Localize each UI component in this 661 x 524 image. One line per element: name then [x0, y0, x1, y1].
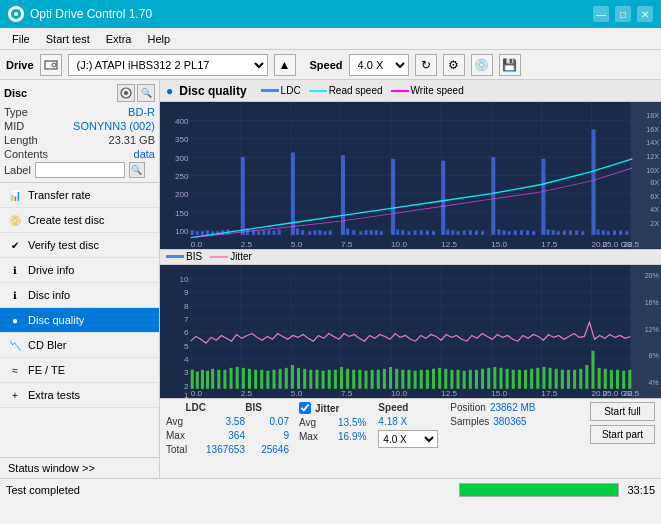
disc-label-input[interactable] [35, 162, 125, 178]
svg-rect-92 [446, 229, 449, 235]
sidebar-item-cd-bler[interactable]: 📉 CD Bler [0, 333, 159, 358]
position-value: 23862 MB [490, 402, 536, 413]
disc-icon-btn-1[interactable] [117, 84, 135, 102]
svg-rect-212 [457, 369, 460, 388]
bis-jitter-legend-bar: BIS Jitter [160, 249, 661, 265]
jitter-avg-label: Avg [299, 417, 334, 428]
svg-rect-230 [567, 369, 570, 388]
svg-rect-97 [475, 230, 478, 235]
action-buttons: Start full Start part [590, 402, 655, 444]
svg-text:16%: 16% [645, 299, 659, 306]
sidebar-item-drive-info[interactable]: ℹ Drive info [0, 258, 159, 283]
svg-rect-184 [285, 368, 288, 389]
create-test-disc-icon: 📀 [8, 213, 22, 227]
status-window-button[interactable]: Status window >> [0, 457, 159, 478]
disc-panel: Disc 🔍 Type BD-R MID SONYNN3 (002) Lengt… [0, 80, 159, 183]
menu-file[interactable]: File [4, 31, 38, 47]
ldc-legend-color [261, 89, 279, 92]
sidebar-item-fe-te[interactable]: ≈ FE / TE [0, 358, 159, 383]
svg-rect-104 [520, 230, 523, 235]
svg-text:10X: 10X [646, 167, 659, 174]
svg-text:2X: 2X [650, 220, 659, 227]
disc-length-value: 23.31 GB [109, 134, 155, 146]
svg-rect-227 [549, 368, 552, 389]
svg-rect-118 [607, 231, 610, 235]
bis-avg: 0.07 [249, 416, 289, 427]
close-button[interactable]: ✕ [637, 6, 653, 22]
svg-text:25.0 GB: 25.0 GB [602, 389, 632, 398]
speed-select[interactable]: 4.0 X [349, 54, 409, 76]
disc-info-icon: ℹ [8, 288, 22, 302]
svg-text:7.5: 7.5 [341, 240, 352, 248]
start-part-button[interactable]: Start part [590, 425, 655, 444]
svg-rect-219 [499, 368, 502, 389]
svg-text:200: 200 [175, 191, 189, 199]
svg-rect-208 [432, 368, 435, 388]
svg-rect-223 [524, 369, 527, 388]
svg-rect-232 [579, 368, 582, 388]
disc-quality-header: ● Disc quality LDC Read speed Write spee… [160, 80, 661, 102]
svg-rect-82 [380, 231, 383, 235]
settings-button[interactable]: ⚙ [443, 54, 465, 76]
read-speed-legend-label: Read speed [329, 85, 383, 96]
jitter-checkbox[interactable] [299, 402, 311, 414]
sidebar-item-verify-test-disc[interactable]: ✔ Verify test disc [0, 233, 159, 258]
disc-label-browse-button[interactable]: 🔍 [129, 162, 145, 178]
disc-mid-label: MID [4, 120, 24, 132]
svg-rect-170 [201, 369, 204, 388]
svg-rect-187 [303, 368, 306, 388]
svg-rect-174 [223, 369, 226, 388]
sidebar-item-transfer-rate[interactable]: 📊 Transfer rate [0, 183, 159, 208]
extra-tests-icon: + [8, 388, 22, 402]
disc-quality-title: Disc quality [179, 84, 246, 98]
disc-type-value: BD-R [128, 106, 155, 118]
avg-label: Avg [166, 416, 201, 427]
sidebar-item-extra-tests[interactable]: + Extra tests [0, 383, 159, 408]
svg-text:12%: 12% [645, 326, 659, 333]
jitter-legend-label: Jitter [230, 251, 252, 262]
menu-extra[interactable]: Extra [98, 31, 140, 47]
max-label: Max [166, 430, 201, 441]
svg-text:2.5: 2.5 [241, 389, 253, 398]
titlebar: Opti Drive Control 1.70 — □ ✕ [0, 0, 661, 28]
save-button[interactable]: 💾 [499, 54, 521, 76]
svg-rect-168 [191, 369, 194, 388]
svg-text:0.0: 0.0 [191, 389, 203, 398]
svg-rect-75 [341, 155, 345, 235]
refresh-button[interactable]: ↻ [415, 54, 437, 76]
svg-rect-207 [426, 369, 429, 388]
svg-rect-183 [279, 368, 282, 388]
sidebar-item-disc-info[interactable]: ℹ Disc info [0, 283, 159, 308]
svg-rect-196 [358, 369, 361, 388]
maximize-button[interactable]: □ [615, 6, 631, 22]
sidebar-item-create-test-disc[interactable]: 📀 Create test disc [0, 208, 159, 233]
svg-rect-224 [530, 368, 533, 388]
jitter-max-label: Max [299, 431, 334, 442]
svg-rect-79 [364, 230, 367, 235]
eject-button[interactable]: ▲ [274, 54, 296, 76]
disc-label-label: Label [4, 164, 31, 176]
disc-mid-value: SONYNN3 (002) [73, 120, 155, 132]
svg-rect-205 [414, 370, 417, 388]
disc-quality-icon: ● [8, 313, 22, 327]
start-full-button[interactable]: Start full [590, 402, 655, 421]
svg-rect-121 [625, 231, 628, 235]
drive-select[interactable]: (J:) ATAPI iHBS312 2 PL17 [68, 54, 268, 76]
svg-rect-235 [598, 368, 601, 389]
sidebar-item-disc-quality[interactable]: ● Disc quality [0, 308, 159, 333]
svg-rect-87 [414, 230, 417, 235]
svg-text:350: 350 [175, 136, 189, 144]
minimize-button[interactable]: — [593, 6, 609, 22]
drive-icon-button[interactable] [40, 54, 62, 76]
svg-text:300: 300 [175, 154, 189, 162]
menu-help[interactable]: Help [139, 31, 178, 47]
speed-stat-select[interactable]: 4.0 X [378, 430, 438, 448]
svg-text:10.0: 10.0 [391, 240, 407, 248]
menu-start-test[interactable]: Start test [38, 31, 98, 47]
svg-text:3: 3 [184, 368, 189, 377]
svg-rect-181 [266, 370, 269, 388]
bis-chart: 10 9 8 7 6 5 4 3 2 1 20% 16% 12% 8% 4% [160, 265, 661, 398]
disc-icon-btn-2[interactable]: 🔍 [137, 84, 155, 102]
media-button[interactable]: 💿 [471, 54, 493, 76]
svg-text:2: 2 [184, 382, 189, 391]
